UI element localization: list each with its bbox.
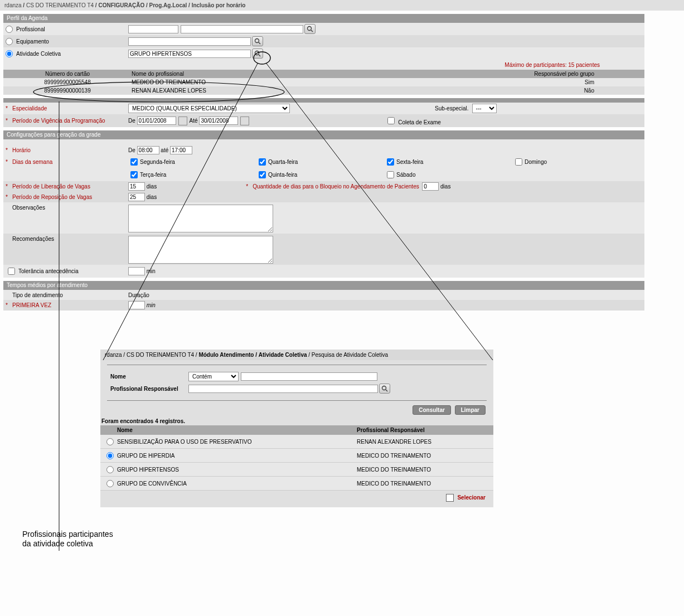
radio-equipamento[interactable] <box>6 38 13 45</box>
label-rec: Recomendações <box>12 236 54 242</box>
max-participantes: Máximo de participantes: 15 pacientes <box>504 62 600 68</box>
label-profissional: Profissional <box>16 26 45 32</box>
nome-input[interactable] <box>241 372 377 381</box>
svg-line-1 <box>311 30 313 32</box>
svg-point-6 <box>382 386 386 390</box>
doc-icon <box>446 494 454 502</box>
check-dom[interactable] <box>515 158 522 166</box>
th-card: Número do cartão <box>3 71 132 77</box>
obs-textarea[interactable] <box>128 205 273 232</box>
label-repo: Período de Reposição de Vagas <box>12 194 92 200</box>
result-nome: GRUPO DE HIPERDIA <box>117 453 357 459</box>
check-qua[interactable] <box>259 158 266 166</box>
h-de: De <box>128 147 135 153</box>
check-seg[interactable] <box>130 158 138 166</box>
consultar-button[interactable]: Consultar <box>413 405 451 415</box>
rec-textarea[interactable] <box>128 236 273 264</box>
nome-op-select[interactable]: Contém <box>188 372 239 381</box>
lib-input[interactable] <box>128 182 145 191</box>
td-card: 899999900000139 <box>3 88 132 94</box>
data-ate-input[interactable] <box>199 117 238 125</box>
label-nome: Nome <box>110 374 188 380</box>
svg-point-0 <box>308 27 312 31</box>
result-radio[interactable] <box>106 438 114 445</box>
txt-min: min <box>147 268 156 274</box>
tol-checkbox[interactable] <box>8 268 15 275</box>
d-seg: Segunda-feira <box>140 159 175 165</box>
d-ter: Terça-feira <box>140 172 166 178</box>
result-radio[interactable] <box>106 466 114 473</box>
txt-dias2: dias <box>440 183 450 190</box>
result-row[interactable]: GRUPO HIPERTENSOSMEDICO DO TREINAMENTO <box>100 463 493 477</box>
bc-part: CONFIGURAÇÃO <box>98 2 144 8</box>
txt-ate: Até <box>190 118 198 124</box>
d-qui: Quinta-feira <box>268 172 297 178</box>
calendar-icon[interactable] <box>178 117 187 125</box>
result-nome: SENSIBILIZAÇÃO PARA O USO DE PRESERVATIV… <box>117 439 357 445</box>
bloq-input[interactable] <box>422 182 439 191</box>
search-prof-resp-icon[interactable] <box>379 384 390 394</box>
coleta-checkbox[interactable] <box>387 117 395 124</box>
selecionar-button[interactable]: Selecionar <box>457 494 486 501</box>
result-row[interactable]: GRUPO DE HIPERDIAMEDICO DO TREINAMENTO <box>100 449 493 463</box>
label-prof-resp: Profissional Responsável <box>110 386 188 392</box>
svg-point-2 <box>255 39 259 43</box>
label-subespecial: Sub-especial. <box>435 105 469 111</box>
d-sab: Sábado <box>396 172 415 178</box>
especialidade-select[interactable]: MEDICO (QUALQUER ESPECIALIDADE) <box>128 104 290 113</box>
result-row[interactable]: SENSIBILIZAÇÃO PARA O USO DE PRESERVATIV… <box>100 435 493 449</box>
profissional-code-input[interactable] <box>128 25 178 33</box>
radio-profissional[interactable] <box>6 26 13 33</box>
txt-min2: min <box>147 302 156 308</box>
result-nome: GRUPO DE CONVIVÊNCIA <box>117 481 357 487</box>
d-dom: Domingo <box>525 159 547 165</box>
td-name: MEDICO DO TREINAMENTO <box>132 79 355 85</box>
hora-ate-input[interactable] <box>170 146 192 154</box>
label-prim: PRIMEIRA VEZ <box>12 302 51 308</box>
svg-line-3 <box>259 42 260 44</box>
result-row[interactable]: GRUPO DE CONVIVÊNCIAMEDICO DO TREINAMENT… <box>100 477 493 491</box>
limpar-button[interactable]: Limpar <box>455 405 486 415</box>
prim-dur-input[interactable] <box>128 301 145 309</box>
repo-input[interactable] <box>128 193 145 201</box>
search-profissional-icon[interactable] <box>304 24 316 34</box>
th-name: Nome do profissional <box>132 71 355 77</box>
breadcrumb-top: rdanza / CS DO TREINAMENTO T4 / CONFIGUR… <box>0 0 684 11</box>
table-row: 899999900005548 MEDICO DO TREINAMENTO Si… <box>3 78 644 86</box>
result-radio[interactable] <box>106 480 114 487</box>
svg-line-7 <box>386 390 387 391</box>
label-atividade: Atividade Coletiva <box>16 51 61 57</box>
equipamento-input[interactable] <box>128 37 251 46</box>
tol-input[interactable] <box>128 267 145 275</box>
td-resp: Não <box>355 88 639 94</box>
label-dias: Dias da semana <box>12 159 52 165</box>
bc-part: rdanza <box>4 2 22 8</box>
check-sab[interactable] <box>387 171 394 178</box>
bc: Atividade Coletiva <box>259 352 307 358</box>
check-qui[interactable] <box>259 171 266 178</box>
search-atividade-icon[interactable] <box>252 48 263 59</box>
calendar-icon[interactable] <box>240 117 249 125</box>
result-radio[interactable] <box>106 452 114 459</box>
popup-breadcrumb: rdanza / CS DO TREINAMENTO T4 / Módulo A… <box>100 350 493 360</box>
result-prof: MEDICO DO TREINAMENTO <box>357 467 490 473</box>
check-sex[interactable] <box>387 158 394 166</box>
subespecial-select[interactable]: --- <box>472 104 497 113</box>
section-divider <box>3 98 644 103</box>
data-de-input[interactable] <box>137 117 176 125</box>
result-prof: MEDICO DO TREINAMENTO <box>357 453 490 459</box>
profissional-name-input[interactable] <box>181 25 303 33</box>
search-equipamento-icon[interactable] <box>252 36 263 46</box>
label-obs: Observações <box>12 205 45 211</box>
bc: Módulo Atendimento <box>198 352 254 358</box>
section-perfil: Perfil da Agenda <box>3 14 644 23</box>
radio-atividade[interactable] <box>6 50 13 57</box>
annot-l2: da atividade coletiva <box>22 539 684 549</box>
check-ter[interactable] <box>130 171 138 178</box>
atividade-input[interactable] <box>128 50 251 58</box>
label-horario: Horário <box>12 147 31 153</box>
td-card: 899999900005548 <box>3 79 132 85</box>
prof-resp-input[interactable] <box>188 385 378 393</box>
hora-de-input[interactable] <box>137 146 159 154</box>
txt-dias: dias <box>147 183 157 190</box>
